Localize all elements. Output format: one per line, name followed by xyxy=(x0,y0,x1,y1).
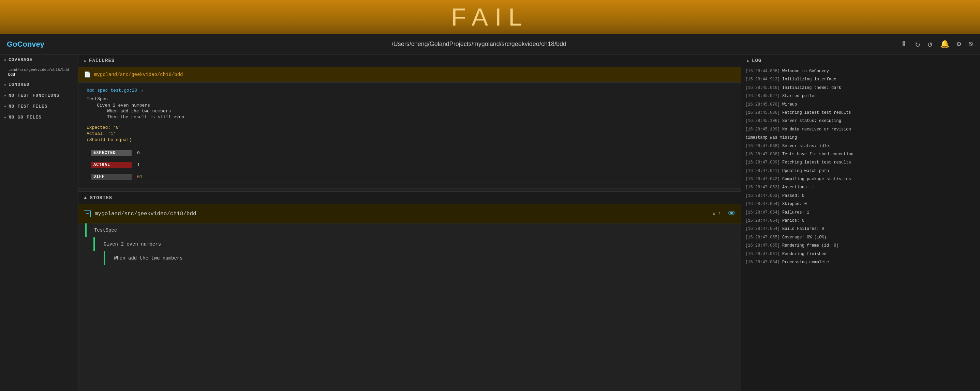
spec-link[interactable]: bdd_spec_test.go:20 ↗ xyxy=(87,88,733,93)
sidebar-coverage-path[interactable]: .and/src/geekvideo/ch18/bdd bdd xyxy=(0,65,78,79)
toolbar: GoConvey /Users/cheng/GolandProjects/myg… xyxy=(0,34,980,54)
center-panel: ▲ FAILURES 📄 mygoland/src/geekvideo/ch18… xyxy=(78,54,741,391)
log-message: Welcome to GoConvey! xyxy=(782,69,831,74)
coverage-label: COVERAGE xyxy=(8,57,32,62)
logo[interactable]: GoConvey xyxy=(7,40,45,49)
expected-actual-block: Expected: '0' Actual: '1' (Should be equ… xyxy=(87,125,733,142)
story-package-row[interactable]: − mygoland/src/geekvideo/ch18/bdd x 1 👁 xyxy=(78,204,741,223)
log-entry: [16:28:45.086] Fetching latest test resu… xyxy=(741,109,980,117)
log-timestamp: [16:28:45.076] xyxy=(745,102,780,107)
stories-header: ▲ STORIES xyxy=(78,192,741,204)
log-timestamp: [16:28:47.038] xyxy=(745,144,780,149)
external-icon[interactable]: ⎋ xyxy=(969,40,973,49)
log-message: Rendering frame (id: 0) xyxy=(782,243,839,248)
failure-file-path: mygoland/src/geekvideo/ch18/bdd xyxy=(94,72,183,77)
log-message: Failures: 1 xyxy=(782,210,809,215)
log-entry: [16:28:44.913] Initializing interface xyxy=(741,75,980,84)
main-layout: ▲ COVERAGE .and/src/geekvideo/ch18/bdd b… xyxy=(0,54,980,391)
coverage-path: .and/src/geekvideo/ch18/bdd bdd xyxy=(8,68,69,77)
test-spec-name: TestSpec xyxy=(87,97,733,101)
toolbar-actions: ⏸ ↻ ↺ 🔔 ⚙ ⎋ xyxy=(900,39,973,49)
log-message: Server status: idle xyxy=(782,144,829,149)
story-spec-row: TestSpec xyxy=(78,223,741,237)
diff-del: 0 xyxy=(137,174,140,179)
path-text: /Users/cheng/GolandProjects/mygoland/src… xyxy=(392,41,566,47)
story-eye-icon[interactable]: 👁 xyxy=(728,209,735,218)
story-then: Then the result is still even xyxy=(87,114,733,120)
log-timestamp: [16:28:47.042] xyxy=(745,177,780,182)
link-icon: ↗ xyxy=(141,89,143,93)
sidebar: ▲ COVERAGE .and/src/geekvideo/ch18/bdd b… xyxy=(0,54,78,391)
log-timestamp: [16:28:45.086] xyxy=(745,110,780,115)
log-timestamp: [16:28:47.054] xyxy=(745,202,780,206)
story-package-left: − mygoland/src/geekvideo/ch18/bdd xyxy=(84,211,196,217)
refresh-icon[interactable]: ↻ xyxy=(915,39,920,49)
coverage-arrow: ▲ xyxy=(4,58,6,62)
log-message: Skipped: 0 xyxy=(782,202,807,206)
log-timestamp: [16:28:47.084] xyxy=(745,260,780,264)
failures-arrow: ▲ xyxy=(84,59,86,63)
log-entry: [16:28:47.054] Skipped: 0 xyxy=(741,200,980,208)
log-entry: [16:28:47.054] Panics: 0 xyxy=(741,217,980,225)
story-count: x 1 xyxy=(713,211,721,217)
log-message: No data received or revision xyxy=(782,127,851,132)
ignored-label: IGNORED xyxy=(8,82,30,87)
log-entry: [16:28:47.042] Compiling package statist… xyxy=(741,175,980,183)
fail-title: FAIL xyxy=(451,3,529,31)
should-line: (Should be equal) xyxy=(87,137,733,142)
log-message: Tests have finished executing xyxy=(782,152,853,157)
failures-label: FAILURES xyxy=(89,58,115,63)
log-timestamp: [16:28:47.054] xyxy=(745,226,780,231)
story-given-text: Given 2 even numbers xyxy=(99,242,735,247)
sidebar-no-test-files-section[interactable]: ▲ NO TEST FILES xyxy=(0,101,78,112)
actual-line: Actual: '1' xyxy=(87,131,733,136)
diff-ins: 1 xyxy=(140,174,143,179)
log-entry: [16:28:47.054] Failures: 1 xyxy=(741,209,980,217)
diff-actual-label: ACTUAL xyxy=(91,162,132,168)
log-message: Build Failures: 0 xyxy=(782,226,824,231)
story-package-toggle[interactable]: − xyxy=(84,211,91,217)
log-message: Compiling package statistics xyxy=(782,177,851,182)
story-given: Given 2 even numbers xyxy=(87,103,733,108)
sidebar-ignored-section[interactable]: ▲ IGNORED xyxy=(0,79,78,90)
stories-section: ▲ STORIES − mygoland/src/geekvideo/ch18/… xyxy=(78,192,741,265)
diff-actual-value: 1 xyxy=(132,163,140,168)
sidebar-no-test-functions-section[interactable]: ▲ NO TEST FUNCTIONS xyxy=(0,90,78,101)
stories-label: STORIES xyxy=(90,195,112,201)
log-panel: ▲ LOG [16:28:44.898] Welcome to GoConvey… xyxy=(741,54,980,391)
log-message: Passed: 0 xyxy=(782,193,804,198)
log-entry: [16:28:45.016] Initializing theme: dark xyxy=(741,84,980,92)
fail-banner: FAIL xyxy=(0,0,980,34)
log-entry: [16:28:47.081] Rendering finished xyxy=(741,250,980,258)
log-timestamp: [16:28:45.109] xyxy=(745,127,780,132)
log-entry: [16:28:47.053] Passed: 0 xyxy=(741,192,980,200)
log-message: Fetching latest test results xyxy=(782,110,851,115)
log-entry: [16:28:44.898] Welcome to GoConvey! xyxy=(741,67,980,75)
expected-line: Expected: '0' xyxy=(87,125,733,130)
log-message: Assertions: 1 xyxy=(782,185,814,190)
log-message: Fetching latest test results xyxy=(782,160,851,165)
log-message: Panics: 0 xyxy=(782,218,804,223)
no-go-files-arrow: ▲ xyxy=(4,116,6,119)
log-entry: [16:28:47.055] Coverage: 0% (±0%) xyxy=(741,233,980,242)
log-timestamp: [16:28:47.055] xyxy=(745,243,780,248)
diff-diff-row: DIFF 01 xyxy=(87,171,733,183)
log-message: Updating watch path xyxy=(782,169,829,173)
log-message: Started poller xyxy=(782,93,817,98)
pause-icon[interactable]: ⏸ xyxy=(900,40,908,49)
path-display: /Users/cheng/GolandProjects/mygoland/src… xyxy=(58,41,900,47)
log-timestamp: [16:28:47.053] xyxy=(745,193,780,198)
bell-icon[interactable]: 🔔 xyxy=(940,40,949,49)
log-timestamp: [16:28:47.081] xyxy=(745,252,780,256)
settings-icon[interactable]: ⚙ xyxy=(957,40,961,49)
log-message: Coverage: 0% (±0%) xyxy=(782,235,827,240)
story-when-text: When add the two numbers xyxy=(109,255,735,261)
log-entry: [16:28:47.053] Assertions: 1 xyxy=(741,183,980,192)
log-timestamp: [16:28:47.054] xyxy=(745,218,780,223)
diff-expected-row: EXPECTED 0 xyxy=(87,147,733,159)
log-timestamp: [16:28:44.913] xyxy=(745,77,780,82)
sidebar-coverage-section[interactable]: ▲ COVERAGE xyxy=(0,54,78,65)
history-icon[interactable]: ↺ xyxy=(928,39,932,49)
diff-diff-label: DIFF xyxy=(91,174,132,180)
sidebar-no-go-files-section[interactable]: ▲ NO GO FILES xyxy=(0,112,78,123)
